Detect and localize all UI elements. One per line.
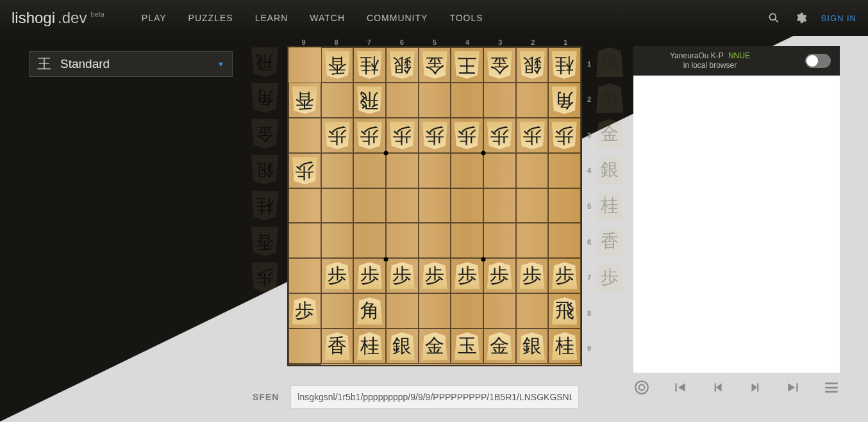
piece[interactable]: 桂 <box>355 330 384 362</box>
cell[interactable] <box>353 188 386 223</box>
cell[interactable]: 歩 <box>516 118 549 153</box>
piece[interactable]: 歩 <box>388 260 417 291</box>
cell[interactable]: 香 <box>288 364 321 365</box>
cell[interactable]: 歩 <box>321 258 354 293</box>
nav-watch[interactable]: WATCH <box>310 13 345 23</box>
cell[interactable] <box>353 223 386 258</box>
cell[interactable] <box>516 153 549 188</box>
cell[interactable]: 銀 <box>516 329 549 364</box>
variant-select[interactable]: 王 Standard ▼ <box>29 51 233 77</box>
hand-slot[interactable]: 角 <box>250 82 280 114</box>
piece[interactable]: 歩 <box>453 120 481 151</box>
gear-icon[interactable] <box>794 12 807 24</box>
cell[interactable] <box>451 223 483 258</box>
cell[interactable]: 歩 <box>548 118 581 153</box>
signin-link[interactable]: SIGN IN <box>821 13 856 23</box>
cell[interactable] <box>386 293 419 329</box>
piece[interactable]: 歩 <box>323 260 352 291</box>
cell[interactable]: 飛 <box>548 293 581 329</box>
engine-toggle[interactable] <box>805 54 831 68</box>
piece[interactable]: 角 <box>550 85 579 116</box>
hand-slot[interactable]: 金 <box>595 118 624 150</box>
prev-move-icon[interactable] <box>709 379 726 396</box>
cell[interactable] <box>516 223 549 258</box>
cell[interactable]: 歩 <box>419 118 451 153</box>
last-move-icon[interactable] <box>785 379 802 396</box>
cell[interactable] <box>419 293 451 329</box>
cell[interactable] <box>548 153 581 188</box>
cell[interactable]: 飛 <box>353 83 386 118</box>
piece[interactable]: 歩 <box>421 260 449 291</box>
cell[interactable]: 銀 <box>386 329 419 364</box>
cell[interactable] <box>483 293 516 329</box>
piece[interactable]: 歩 <box>550 260 579 291</box>
cell[interactable]: 歩 <box>451 118 483 153</box>
piece[interactable]: 王 <box>453 49 481 81</box>
board[interactable]: 香桂銀金王金銀桂香飛角歩歩歩歩歩歩歩歩歩歩歩歩歩歩歩歩歩歩角飛香桂銀金玉金銀桂香 <box>287 46 582 366</box>
cell[interactable]: 歩 <box>451 258 483 293</box>
cell[interactable]: 銀 <box>516 47 549 83</box>
cell[interactable] <box>419 83 451 118</box>
piece[interactable]: 桂 <box>355 49 384 81</box>
search-icon[interactable] <box>767 12 780 24</box>
cell[interactable] <box>288 258 321 293</box>
hand-slot[interactable]: 桂 <box>595 190 624 222</box>
cell[interactable] <box>419 153 451 188</box>
cell[interactable] <box>451 83 483 118</box>
piece[interactable]: 飛 <box>355 85 384 116</box>
piece[interactable]: 歩 <box>355 260 384 291</box>
cell[interactable] <box>451 293 483 329</box>
cell[interactable] <box>386 188 419 223</box>
cell[interactable]: 歩 <box>288 153 321 188</box>
hand-slot[interactable]: 銀 <box>250 154 280 186</box>
nav-tools[interactable]: TOOLS <box>449 13 483 23</box>
cell[interactable] <box>386 223 419 258</box>
piece[interactable]: 歩 <box>485 120 514 151</box>
piece[interactable]: 銀 <box>388 330 417 362</box>
cell[interactable] <box>483 223 516 258</box>
cell[interactable]: 香 <box>321 329 354 364</box>
sfen-input[interactable] <box>290 385 579 409</box>
piece[interactable]: 香 <box>323 49 352 81</box>
piece[interactable]: 金 <box>421 49 449 81</box>
cell[interactable] <box>548 223 581 258</box>
cell[interactable]: 香 <box>321 47 354 83</box>
piece[interactable]: 歩 <box>518 260 547 291</box>
cell[interactable] <box>288 118 321 153</box>
piece[interactable]: 桂 <box>550 330 579 362</box>
piece[interactable]: 銀 <box>518 330 547 362</box>
hand-slot[interactable]: 角 <box>595 82 624 114</box>
cell[interactable] <box>516 293 549 329</box>
cell[interactable]: 歩 <box>386 258 419 293</box>
hand-slot[interactable]: 金 <box>250 118 280 150</box>
cell[interactable]: 銀 <box>386 47 419 83</box>
cell[interactable]: 桂 <box>353 47 386 83</box>
piece[interactable]: 金 <box>485 330 514 362</box>
piece[interactable]: 歩 <box>323 120 352 151</box>
piece[interactable]: 桂 <box>550 49 579 81</box>
cell[interactable]: 金 <box>483 329 516 364</box>
piece[interactable]: 金 <box>421 330 449 362</box>
cell[interactable] <box>386 153 419 188</box>
cell[interactable]: 金 <box>483 47 516 83</box>
hand-slot[interactable]: 香 <box>250 225 280 257</box>
cell[interactable] <box>321 293 354 329</box>
analysis-body[interactable] <box>633 76 840 373</box>
hand-slot[interactable]: 飛 <box>595 46 624 78</box>
cell[interactable] <box>321 188 354 223</box>
cell[interactable] <box>353 153 386 188</box>
nav-play[interactable]: PLAY <box>142 13 167 23</box>
hand-slot[interactable]: 香 <box>595 225 624 257</box>
brand[interactable]: lishogi.dev beta <box>12 9 103 27</box>
piece[interactable]: 歩 <box>550 120 579 151</box>
cell[interactable]: 歩 <box>353 118 386 153</box>
cell[interactable] <box>483 153 516 188</box>
cell[interactable]: 桂 <box>353 329 386 364</box>
cell[interactable] <box>451 153 483 188</box>
hand-slot[interactable]: 飛 <box>250 46 280 78</box>
cell[interactable] <box>288 188 321 223</box>
cell[interactable]: 金 <box>419 329 451 364</box>
cell[interactable]: 王 <box>451 47 483 83</box>
piece[interactable]: 香 <box>290 85 319 116</box>
piece[interactable]: 歩 <box>290 295 319 327</box>
